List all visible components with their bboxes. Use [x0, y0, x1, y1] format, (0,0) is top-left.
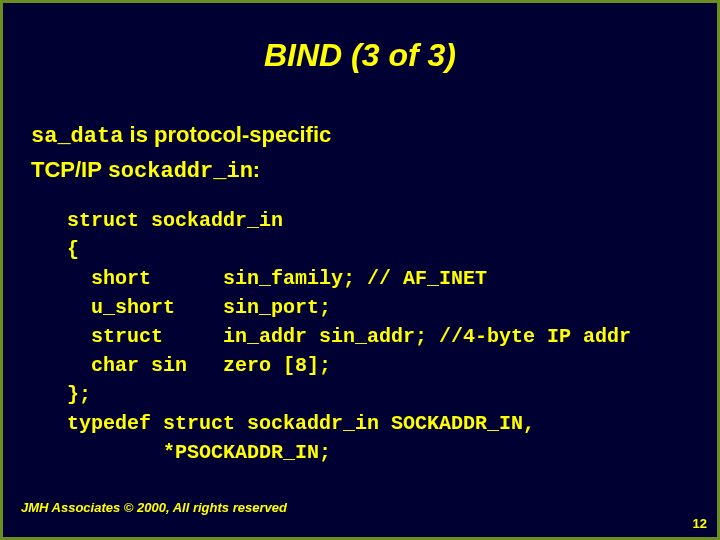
text-span: : — [253, 157, 260, 182]
slide: BIND (3 of 3) sa_data is protocol-specif… — [3, 3, 717, 467]
text-line-2: TCP/IP sockaddr_in: — [31, 157, 689, 184]
code-inline-sockaddr-in: sockaddr_in — [108, 159, 253, 184]
text-span: is protocol-specific — [123, 122, 331, 147]
text-line-1: sa_data is protocol-specific — [31, 122, 689, 149]
code-block: struct sockaddr_in { short sin_family; /… — [67, 206, 689, 467]
page-number: 12 — [693, 516, 707, 531]
slide-title: BIND (3 of 3) — [31, 37, 689, 74]
code-inline-sa-data: sa_data — [31, 124, 123, 149]
footer-copyright: JMH Associates © 2000, All rights reserv… — [21, 500, 287, 515]
text-span: TCP/IP — [31, 157, 108, 182]
